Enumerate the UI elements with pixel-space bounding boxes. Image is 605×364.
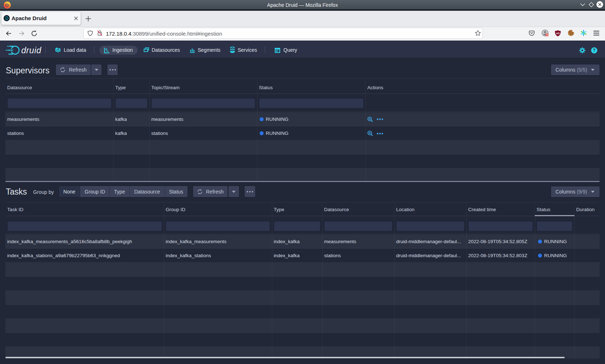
svg-text:?: ? <box>593 48 595 53</box>
svg-text:uO: uO <box>556 32 560 35</box>
